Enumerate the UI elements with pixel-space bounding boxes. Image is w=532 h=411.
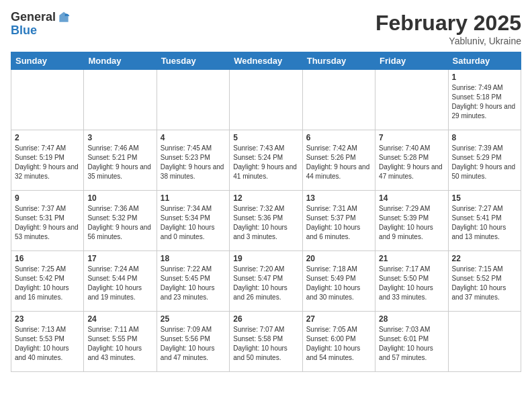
calendar-day-cell: 2Sunrise: 7:47 AM Sunset: 5:19 PM Daylig…	[11, 130, 84, 191]
calendar-day-cell: 10Sunrise: 7:36 AM Sunset: 5:32 PM Dayli…	[84, 191, 157, 251]
calendar-day-cell	[375, 70, 448, 130]
weekday-header: Monday	[84, 52, 157, 70]
location: Yabluniv, Ukraine	[375, 36, 521, 46]
calendar-day-cell: 4Sunrise: 7:45 AM Sunset: 5:23 PM Daylig…	[157, 130, 229, 191]
day-info: Sunrise: 7:24 AM Sunset: 5:44 PM Dayligh…	[87, 265, 152, 302]
calendar-week-row: 23Sunrise: 7:13 AM Sunset: 5:53 PM Dayli…	[11, 312, 521, 372]
logo-general-text: General	[11, 11, 56, 24]
calendar-header-row: SundayMondayTuesdayWednesdayThursdayFrid…	[11, 52, 521, 70]
calendar-day-cell: 12Sunrise: 7:32 AM Sunset: 5:36 PM Dayli…	[230, 191, 302, 251]
calendar-day-cell: 1Sunrise: 7:49 AM Sunset: 5:18 PM Daylig…	[448, 70, 521, 130]
day-number: 15	[452, 193, 517, 203]
weekday-header: Wednesday	[230, 52, 302, 70]
day-number: 6	[306, 133, 371, 142]
weekday-header: Thursday	[302, 52, 375, 70]
logo-blue-text: Blue	[11, 24, 71, 38]
calendar-day-cell: 16Sunrise: 7:25 AM Sunset: 5:42 PM Dayli…	[11, 251, 84, 312]
day-info: Sunrise: 7:31 AM Sunset: 5:37 PM Dayligh…	[306, 204, 371, 242]
calendar-week-row: 16Sunrise: 7:25 AM Sunset: 5:42 PM Dayli…	[11, 251, 521, 312]
weekday-header: Sunday	[11, 52, 84, 70]
day-info: Sunrise: 7:03 AM Sunset: 6:01 PM Dayligh…	[379, 325, 444, 363]
day-number: 17	[87, 254, 152, 263]
calendar-day-cell: 17Sunrise: 7:24 AM Sunset: 5:44 PM Dayli…	[84, 251, 157, 312]
day-info: Sunrise: 7:42 AM Sunset: 5:26 PM Dayligh…	[306, 144, 371, 181]
day-info: Sunrise: 7:46 AM Sunset: 5:21 PM Dayligh…	[87, 144, 152, 181]
day-number: 1	[452, 73, 517, 82]
day-info: Sunrise: 7:37 AM Sunset: 5:31 PM Dayligh…	[15, 204, 80, 242]
day-number: 5	[233, 133, 298, 142]
day-info: Sunrise: 7:49 AM Sunset: 5:18 PM Dayligh…	[452, 83, 517, 121]
day-number: 26	[233, 314, 298, 324]
calendar-day-cell	[302, 70, 375, 130]
day-info: Sunrise: 7:22 AM Sunset: 5:45 PM Dayligh…	[161, 265, 226, 302]
day-number: 16	[15, 254, 80, 263]
day-info: Sunrise: 7:47 AM Sunset: 5:19 PM Dayligh…	[15, 144, 80, 181]
calendar-week-row: 2Sunrise: 7:47 AM Sunset: 5:19 PM Daylig…	[11, 130, 521, 191]
calendar-week-row: 9Sunrise: 7:37 AM Sunset: 5:31 PM Daylig…	[11, 191, 521, 251]
calendar-day-cell: 15Sunrise: 7:27 AM Sunset: 5:41 PM Dayli…	[448, 191, 521, 251]
day-info: Sunrise: 7:13 AM Sunset: 5:53 PM Dayligh…	[15, 325, 80, 363]
calendar-day-cell: 18Sunrise: 7:22 AM Sunset: 5:45 PM Dayli…	[157, 251, 229, 312]
day-number: 4	[161, 133, 226, 142]
day-info: Sunrise: 7:25 AM Sunset: 5:42 PM Dayligh…	[15, 265, 80, 302]
day-number: 11	[161, 193, 226, 203]
calendar-day-cell: 26Sunrise: 7:07 AM Sunset: 5:58 PM Dayli…	[230, 312, 302, 372]
calendar-day-cell: 28Sunrise: 7:03 AM Sunset: 6:01 PM Dayli…	[375, 312, 448, 372]
day-number: 19	[233, 254, 298, 263]
calendar-day-cell: 9Sunrise: 7:37 AM Sunset: 5:31 PM Daylig…	[11, 191, 84, 251]
day-number: 22	[452, 254, 517, 263]
day-info: Sunrise: 7:34 AM Sunset: 5:34 PM Dayligh…	[161, 204, 226, 242]
calendar-day-cell: 23Sunrise: 7:13 AM Sunset: 5:53 PM Dayli…	[11, 312, 84, 372]
calendar-day-cell: 25Sunrise: 7:09 AM Sunset: 5:56 PM Dayli…	[157, 312, 229, 372]
day-number: 13	[306, 193, 371, 203]
day-number: 27	[306, 314, 371, 324]
day-number: 25	[161, 314, 226, 324]
day-number: 18	[161, 254, 226, 263]
calendar-week-row: 1Sunrise: 7:49 AM Sunset: 5:18 PM Daylig…	[11, 70, 521, 130]
calendar-table: SundayMondayTuesdayWednesdayThursdayFrid…	[11, 52, 521, 372]
day-info: Sunrise: 7:15 AM Sunset: 5:52 PM Dayligh…	[452, 265, 517, 302]
day-number: 21	[379, 254, 444, 263]
calendar-day-cell: 5Sunrise: 7:43 AM Sunset: 5:24 PM Daylig…	[230, 130, 302, 191]
title-area: February 2025 Yabluniv, Ukraine	[375, 11, 521, 46]
day-number: 3	[87, 133, 152, 142]
calendar-day-cell: 24Sunrise: 7:11 AM Sunset: 5:55 PM Dayli…	[84, 312, 157, 372]
day-info: Sunrise: 7:17 AM Sunset: 5:50 PM Dayligh…	[379, 265, 444, 302]
day-info: Sunrise: 7:20 AM Sunset: 5:47 PM Dayligh…	[233, 265, 298, 302]
day-info: Sunrise: 7:11 AM Sunset: 5:55 PM Dayligh…	[87, 325, 152, 363]
day-info: Sunrise: 7:43 AM Sunset: 5:24 PM Dayligh…	[233, 144, 298, 181]
day-number: 8	[452, 133, 517, 142]
calendar-day-cell: 14Sunrise: 7:29 AM Sunset: 5:39 PM Dayli…	[375, 191, 448, 251]
day-number: 12	[233, 193, 298, 203]
day-number: 28	[379, 314, 444, 324]
calendar-day-cell: 20Sunrise: 7:18 AM Sunset: 5:49 PM Dayli…	[302, 251, 375, 312]
day-info: Sunrise: 7:18 AM Sunset: 5:49 PM Dayligh…	[306, 265, 371, 302]
day-info: Sunrise: 7:32 AM Sunset: 5:36 PM Dayligh…	[233, 204, 298, 242]
calendar-day-cell: 11Sunrise: 7:34 AM Sunset: 5:34 PM Dayli…	[157, 191, 229, 251]
calendar-day-cell	[157, 70, 229, 130]
calendar-day-cell	[11, 70, 84, 130]
day-info: Sunrise: 7:29 AM Sunset: 5:39 PM Dayligh…	[379, 204, 444, 242]
calendar-day-cell: 3Sunrise: 7:46 AM Sunset: 5:21 PM Daylig…	[84, 130, 157, 191]
calendar-day-cell	[448, 312, 521, 372]
calendar-day-cell	[84, 70, 157, 130]
calendar-day-cell: 27Sunrise: 7:05 AM Sunset: 6:00 PM Dayli…	[302, 312, 375, 372]
day-info: Sunrise: 7:39 AM Sunset: 5:29 PM Dayligh…	[452, 144, 517, 181]
calendar-day-cell: 22Sunrise: 7:15 AM Sunset: 5:52 PM Dayli…	[448, 251, 521, 312]
page-header: General Blue February 2025 Yabluniv, Ukr…	[11, 11, 521, 46]
weekday-header: Friday	[375, 52, 448, 70]
day-number: 24	[87, 314, 152, 324]
calendar-day-cell: 8Sunrise: 7:39 AM Sunset: 5:29 PM Daylig…	[448, 130, 521, 191]
calendar-day-cell: 6Sunrise: 7:42 AM Sunset: 5:26 PM Daylig…	[302, 130, 375, 191]
logo: General Blue	[11, 11, 71, 38]
day-info: Sunrise: 7:40 AM Sunset: 5:28 PM Dayligh…	[379, 144, 444, 181]
weekday-header: Tuesday	[157, 52, 229, 70]
calendar-day-cell: 7Sunrise: 7:40 AM Sunset: 5:28 PM Daylig…	[375, 130, 448, 191]
day-info: Sunrise: 7:05 AM Sunset: 6:00 PM Dayligh…	[306, 325, 371, 363]
day-info: Sunrise: 7:36 AM Sunset: 5:32 PM Dayligh…	[87, 204, 152, 242]
day-info: Sunrise: 7:09 AM Sunset: 5:56 PM Dayligh…	[161, 325, 226, 363]
calendar-day-cell: 13Sunrise: 7:31 AM Sunset: 5:37 PM Dayli…	[302, 191, 375, 251]
calendar-day-cell: 21Sunrise: 7:17 AM Sunset: 5:50 PM Dayli…	[375, 251, 448, 312]
day-number: 14	[379, 193, 444, 203]
day-number: 23	[15, 314, 80, 324]
